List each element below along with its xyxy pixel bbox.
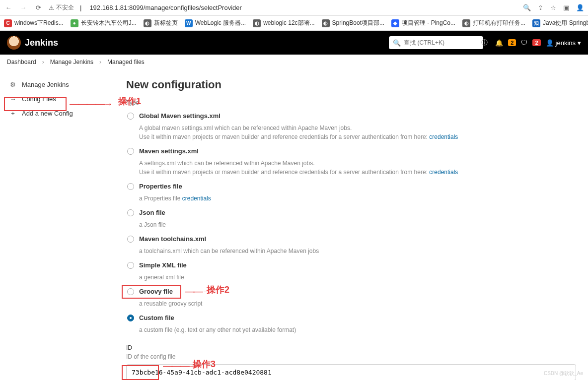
bookmark-item[interactable]: ◐SpringBoot项目部... (322, 19, 384, 27)
bookmark-star-icon[interactable]: ☆ (550, 4, 556, 11)
config-type-option[interactable]: Simple XML file (126, 257, 576, 273)
bookmark-item[interactable]: WWebLogic 服务器... (185, 19, 246, 27)
option-desc: a custom file (e.g. text or any other no… (126, 325, 576, 334)
radio-button[interactable] (127, 315, 134, 321)
chevron-right-icon: › (42, 59, 44, 65)
sidebar-item[interactable]: +Add a new Config (5, 106, 109, 121)
user-name: jenkins (556, 39, 576, 47)
bookmark-label: weblogic 12c部署... (263, 19, 314, 27)
bookmark-icon: ◐ (462, 19, 470, 27)
config-type-option[interactable]: Json file (126, 205, 576, 220)
breadcrumb-link[interactable]: Dashboard (7, 59, 36, 65)
config-type-option[interactable]: Maven settings.xml (126, 143, 576, 159)
option-label: Global Maven settings.xml (139, 112, 220, 120)
profile-icon[interactable]: 👤 (576, 4, 584, 11)
credentials-link[interactable]: credentials (429, 169, 458, 176)
search-box[interactable]: 🔍 ⓘ (389, 36, 483, 49)
bookmark-item[interactable]: ◐打印机有打印任务... (462, 19, 525, 27)
breadcrumb-link[interactable]: Managed files (107, 59, 145, 65)
radio-button[interactable] (127, 113, 134, 120)
radio-button[interactable] (127, 288, 134, 295)
bookmark-item[interactable]: ◆项目管理 - PingCo... (391, 19, 455, 27)
bookmark-label: 新标签页 (154, 19, 178, 27)
warning-icon: ⚠ (49, 4, 54, 11)
security-label: 不安全 (56, 3, 74, 12)
search-icon: 🔍 (393, 39, 401, 47)
bookmark-item[interactable]: ●长安铃木汽车公司J... (71, 19, 137, 27)
sidebar-item[interactable]: ⚙Manage Jenkins (5, 77, 109, 92)
bookmark-label: 项目管理 - PingCo... (402, 19, 455, 27)
bookmarks-bar: Cwindows下Redis...●长安铃木汽车公司J...◐新标签页WWebL… (0, 16, 588, 31)
credentials-link[interactable]: credentials (182, 195, 211, 202)
option-label: Properties file (139, 183, 182, 190)
search-input[interactable] (404, 39, 478, 46)
main-content: New configuration Type Global Maven sett… (114, 69, 588, 380)
bookmark-item[interactable]: ◐新标签页 (144, 19, 178, 27)
reload-button[interactable]: ⟳ (34, 3, 43, 12)
sidebar-icon: ⚙ (9, 81, 17, 88)
address-url[interactable]: 192.168.1.81:8099/manage/configfiles/sel… (89, 4, 241, 11)
config-type-option[interactable]: Global Maven settings.xml (126, 108, 576, 124)
sidebar-label: Manage Jenkins (22, 81, 69, 88)
bookmark-item[interactable]: 知Java使用 Springbo... (532, 19, 588, 27)
browser-nav-bar: ← → ⟳ ⚠ 不安全 | 192.168.1.81:8099/manage/c… (0, 0, 588, 16)
option-label: Maven settings.xml (139, 147, 199, 155)
security-indicator[interactable]: ⚠ 不安全 (49, 3, 74, 12)
radio-button[interactable] (127, 209, 134, 216)
security-badge[interactable]: 2 (532, 39, 540, 46)
bookmark-label: 打印机有打印任务... (473, 19, 525, 27)
page-title: New configuration (126, 78, 576, 91)
bookmark-label: 长安铃木汽车公司J... (81, 19, 137, 27)
option-label: Maven toolchains.xml (139, 235, 206, 243)
help-icon[interactable]: ⓘ (481, 38, 488, 47)
radio-button[interactable] (127, 148, 134, 155)
bookmark-label: WebLogic 服务器... (195, 19, 246, 27)
extensions-icon[interactable]: ▣ (563, 4, 569, 11)
option-desc: a reusable groovy script (126, 299, 576, 308)
type-label: Type (126, 99, 576, 106)
sidebar-icon: → (9, 95, 17, 103)
search-icon[interactable]: 🔍 (523, 4, 531, 11)
bookmark-icon: W (185, 19, 193, 27)
share-icon[interactable]: ⇪ (538, 4, 543, 11)
shield-icon[interactable]: 🛡 (521, 39, 527, 47)
bookmark-label: windows下Redis... (14, 19, 64, 27)
credentials-link[interactable]: credentials (429, 133, 458, 140)
breadcrumb-link[interactable]: Manage Jenkins (50, 59, 93, 65)
option-label: Json file (139, 209, 165, 216)
option-desc: A global maven settings.xml which can be… (126, 124, 576, 141)
bookmark-item[interactable]: Cwindows下Redis... (4, 19, 64, 27)
bookmark-icon: 知 (532, 19, 540, 27)
bookmark-label: SpringBoot项目部... (332, 19, 384, 27)
bookmark-icon: ◐ (322, 19, 330, 27)
id-desc: ID of the config file (126, 353, 576, 360)
bookmark-icon: ◐ (253, 19, 261, 27)
bell-icon[interactable]: 🔔 (495, 39, 503, 47)
bookmark-label: Java使用 Springbo... (543, 19, 588, 27)
notification-badge[interactable]: 2 (508, 39, 516, 46)
config-type-option[interactable]: Custom file (126, 310, 576, 325)
radio-button[interactable] (127, 262, 134, 269)
radio-button[interactable] (127, 236, 134, 243)
id-input[interactable] (126, 364, 576, 380)
option-desc: a Properties file credentials (126, 194, 576, 203)
bookmark-icon: ◐ (144, 19, 151, 27)
forward-button[interactable]: → (19, 3, 28, 12)
option-label: Custom file (139, 314, 174, 321)
back-button[interactable]: ← (4, 3, 13, 12)
bookmark-icon: ◆ (391, 19, 399, 27)
brand-text: Jenkins (25, 38, 58, 48)
sidebar-item[interactable]: →Config Files (5, 92, 109, 106)
config-type-option[interactable]: Maven toolchains.xml (126, 231, 576, 247)
watermark: CSDN @软软_Ae (544, 370, 583, 377)
user-menu[interactable]: 👤 jenkins ▾ (546, 39, 581, 47)
config-type-option[interactable]: Properties file (126, 179, 576, 194)
radio-button[interactable] (127, 183, 134, 190)
jenkins-logo[interactable]: Jenkins (7, 36, 58, 50)
option-desc: a toolchains.xml which can be referenced… (126, 247, 576, 255)
jenkins-mascot-icon (7, 36, 21, 50)
breadcrumb: Dashboard›Manage Jenkins›Managed files (0, 55, 588, 69)
config-type-option[interactable]: Groovy file (126, 284, 576, 299)
user-icon: 👤 (546, 39, 554, 47)
bookmark-item[interactable]: ◐weblogic 12c部署... (253, 19, 314, 27)
